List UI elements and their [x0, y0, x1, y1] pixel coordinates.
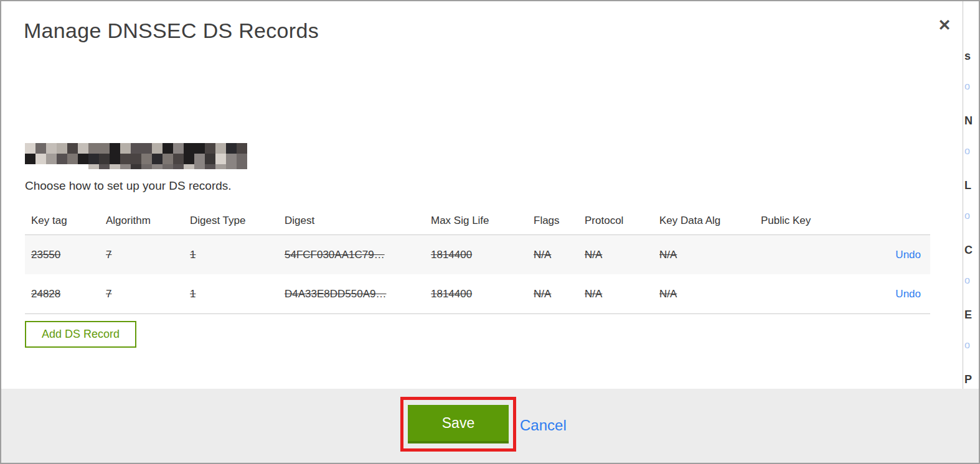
table-row: 23550 7 1 54FCF030AA1C79… 1814400 N/A N/…: [25, 235, 930, 274]
undo-link[interactable]: Undo: [895, 249, 921, 261]
cancel-link[interactable]: Cancel: [520, 417, 567, 434]
key-tag-cell: 23550: [25, 249, 106, 261]
flags-cell: N/A: [534, 249, 585, 261]
protocol-cell: N/A: [585, 288, 659, 300]
flags-cell: N/A: [534, 288, 585, 300]
table-body: 23550 7 1 54FCF030AA1C79… 1814400 N/A N/…: [25, 234, 930, 314]
key-data-alg-cell: N/A: [659, 249, 761, 261]
max-sig-life-cell: 1814400: [431, 288, 534, 300]
annotation-highlight-box: Save: [400, 397, 516, 452]
column-header-public-key: Public Key: [761, 215, 885, 227]
ds-records-table: Key tag Algorithm Digest Type Digest Max…: [25, 206, 930, 314]
column-header-digest: Digest: [285, 215, 431, 227]
page-title: Manage DNSSEC DS Records: [24, 19, 319, 43]
close-icon[interactable]: ✕: [933, 14, 956, 36]
algorithm-cell: 7: [106, 288, 190, 300]
table-row: 24828 7 1 D4A33E8DD550A9… 1814400 N/A N/…: [25, 274, 930, 313]
undo-link[interactable]: Undo: [895, 288, 921, 300]
add-ds-record-button[interactable]: Add DS Record: [25, 321, 136, 348]
manage-dnssec-ds-records-dialog: Manage DNSSEC DS Records ✕ Choose how to…: [0, 0, 980, 464]
digest-cell: 54FCF030AA1C79…: [285, 249, 431, 261]
column-header-flags: Flags: [534, 215, 585, 227]
column-header-algorithm: Algorithm: [106, 215, 190, 227]
protocol-cell: N/A: [585, 249, 659, 261]
digest-type-cell: 1: [190, 249, 285, 261]
digest-cell: D4A33E8DD550A9…: [285, 288, 431, 300]
dialog-footer: Save Cancel: [1, 389, 979, 463]
algorithm-cell: 7: [106, 249, 190, 261]
table-header-row: Key tag Algorithm Digest Type Digest Max…: [25, 206, 930, 234]
column-header-protocol: Protocol: [585, 215, 659, 227]
column-header-key-tag: Key tag: [25, 215, 106, 227]
redacted-domain-name-fragment: [88, 164, 247, 169]
max-sig-life-cell: 1814400: [431, 249, 534, 261]
redacted-domain-name: [25, 143, 247, 164]
key-tag-cell: 24828: [25, 288, 106, 300]
column-header-max-sig-life: Max Sig Life: [431, 215, 534, 227]
background-page-edge: sNLCEPooooo: [963, 1, 979, 389]
setup-instruction-text: Choose how to set up your DS records.: [25, 179, 232, 193]
column-header-digest-type: Digest Type: [190, 215, 285, 227]
save-button[interactable]: Save: [408, 405, 509, 443]
key-data-alg-cell: N/A: [659, 288, 761, 300]
column-header-key-data-alg: Key Data Alg: [659, 215, 761, 227]
digest-type-cell: 1: [190, 288, 285, 300]
